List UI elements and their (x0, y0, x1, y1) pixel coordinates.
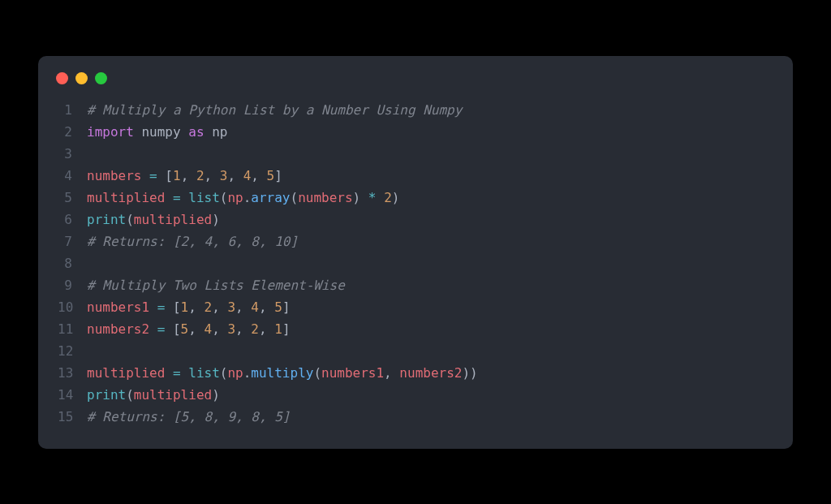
token-comment: # Multiply Two Lists Element-Wise (87, 278, 345, 293)
token-op: = (173, 190, 181, 205)
token-punct: , (205, 168, 220, 183)
token-punct: , (188, 321, 204, 337)
code-content: # Returns: [2, 4, 6, 8, 10] (87, 230, 298, 252)
line-number: 4 (58, 165, 87, 187)
close-icon[interactable] (56, 72, 68, 84)
token-keyword: as (188, 124, 204, 140)
token-punct (141, 168, 149, 183)
token-op: = (149, 168, 157, 183)
line-number: 5 (58, 187, 87, 209)
code-line: 5multiplied = list(np.array(numbers) * 2… (58, 187, 773, 209)
code-content (87, 143, 95, 165)
token-punct: ( (313, 365, 321, 381)
token-var: multiplied (134, 212, 212, 227)
code-content: print(multiplied) (87, 384, 220, 406)
token-punct: ( (291, 190, 299, 205)
token-builtin: list (188, 365, 220, 381)
token-punct (181, 124, 189, 140)
code-line: 11numbers2 = [5, 4, 3, 2, 1] (58, 318, 773, 340)
line-number: 15 (58, 406, 87, 428)
token-op: = (157, 299, 166, 315)
token-punct: , (259, 299, 274, 315)
token-punct: , (212, 299, 227, 315)
token-num: 1 (181, 299, 189, 315)
token-punct: ( (220, 365, 228, 381)
code-line: 8 (58, 252, 773, 274)
token-var: np (227, 365, 243, 381)
token-punct (149, 321, 157, 337)
token-num: 1 (173, 168, 181, 183)
code-content: # Returns: [5, 8, 9, 8, 5] (87, 406, 290, 428)
token-num: 2 (196, 168, 205, 183)
token-num: 5 (274, 299, 282, 315)
token-num: 3 (220, 168, 228, 183)
token-punct: , (384, 365, 399, 381)
token-keyword: import (87, 124, 134, 140)
token-punct: ) (212, 387, 220, 403)
token-punct: ] (282, 299, 291, 315)
window-titlebar (38, 72, 793, 99)
token-punct (149, 299, 157, 315)
token-num: 2 (205, 299, 213, 315)
token-punct: , (181, 168, 196, 183)
token-op: = (173, 365, 181, 381)
line-number: 2 (58, 121, 87, 143)
token-dot-op: . (243, 190, 252, 205)
token-func: array (251, 190, 290, 205)
code-line: 12 (58, 340, 773, 362)
token-module: np (212, 124, 227, 140)
token-num: 2 (251, 321, 259, 337)
line-number: 9 (58, 274, 87, 296)
token-punct: [ (157, 168, 173, 183)
line-number: 6 (58, 209, 87, 230)
code-line: 4numbers = [1, 2, 3, 4, 5] (58, 165, 773, 187)
code-content (87, 252, 95, 274)
token-num: 5 (267, 168, 275, 183)
token-var: numbers1 (321, 365, 384, 381)
token-punct (165, 190, 173, 205)
token-comment: # Returns: [2, 4, 6, 8, 10] (87, 234, 298, 249)
code-line: 6print(multiplied) (58, 209, 773, 230)
token-punct: , (251, 168, 266, 183)
maximize-icon[interactable] (95, 72, 107, 84)
token-punct (205, 124, 213, 140)
code-line: 1# Multiply a Python List by a Number Us… (58, 99, 773, 121)
line-number: 8 (58, 252, 87, 274)
token-punct: , (227, 168, 243, 183)
token-module: numpy (141, 124, 180, 140)
code-line: 15# Returns: [5, 8, 9, 8, 5] (58, 406, 773, 428)
token-punct (134, 124, 142, 140)
token-var: multiplied (87, 365, 165, 381)
line-number: 14 (58, 384, 87, 406)
token-var: numbers1 (87, 299, 149, 315)
token-punct: ( (220, 190, 228, 205)
token-punct (165, 365, 173, 381)
code-line: 10numbers1 = [1, 2, 3, 4, 5] (58, 296, 773, 318)
code-content: import numpy as np (87, 121, 227, 143)
code-content: print(multiplied) (87, 209, 220, 230)
code-window: 1# Multiply a Python List by a Number Us… (38, 56, 793, 449)
code-content (87, 340, 95, 362)
token-punct (181, 365, 189, 381)
token-punct (181, 190, 189, 205)
code-line: 14print(multiplied) (58, 384, 773, 406)
token-var: numbers (298, 190, 352, 205)
token-func: multiply (251, 365, 313, 381)
code-line: 7# Returns: [2, 4, 6, 8, 10] (58, 230, 773, 252)
line-number: 13 (58, 362, 87, 384)
token-punct: , (259, 321, 274, 337)
token-punct: ] (282, 321, 291, 337)
token-comment: # Returns: [5, 8, 9, 8, 5] (87, 409, 290, 424)
token-var: np (227, 190, 243, 205)
code-line: 9# Multiply Two Lists Element-Wise (58, 274, 773, 296)
minimize-icon[interactable] (75, 72, 88, 84)
token-var: multiplied (134, 387, 212, 403)
code-content: numbers1 = [1, 2, 3, 4, 5] (87, 296, 291, 318)
line-number: 7 (58, 230, 87, 252)
token-punct: ( (126, 387, 134, 403)
token-op: = (157, 321, 166, 337)
code-content: # Multiply Two Lists Element-Wise (87, 274, 345, 296)
token-var: numbers (87, 168, 141, 183)
token-punct: ) (353, 190, 368, 205)
code-line: 3 (58, 143, 773, 165)
